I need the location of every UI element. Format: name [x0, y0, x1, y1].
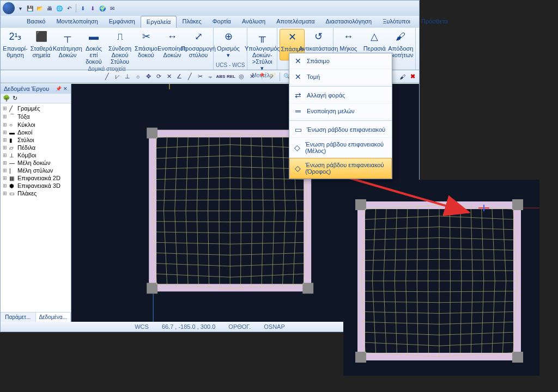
qat-down2-icon[interactable]: ⬇ [88, 4, 97, 13]
ucs-define-button[interactable]: ⊕Ορισμός ▾ [216, 29, 241, 59]
calc-beams-cols-button[interactable]: ╥Υπολογισμός Δοκών->Στύλοι ▾ [250, 29, 275, 72]
break-dropdown[interactable]: ✕Σπάσιμο✕Τομή⇄Αλλαγή φοράς═Ενοποίηση μελ… [289, 53, 392, 179]
qat-save-icon[interactable]: 💾 [26, 4, 34, 13]
tree-item-8[interactable]: ⊞|Μέλη στύλων [1, 167, 71, 174]
tab-8[interactable]: Διαστασιολόγηση [320, 16, 378, 28]
tab-2[interactable]: Εμφάνιση [104, 16, 141, 28]
dd-join-surface-floor[interactable]: ◇Ένωση ράβδου επιφανειακού (Όροφος) [289, 158, 392, 179]
ts-cut2-icon[interactable]: ✕ [247, 72, 256, 81]
expand-icon[interactable]: ⊞ [3, 160, 8, 166]
ts-brush-icon[interactable]: 🖌 [398, 72, 407, 81]
tab-10[interactable]: Πρόσθετα [416, 16, 453, 28]
sidebar-tab-data[interactable]: Δεδομένα... [36, 313, 71, 322]
restore-icon: ↺ [311, 30, 325, 44]
qat-print-icon[interactable]: 🖶 [45, 4, 54, 13]
tree-item-11[interactable]: ⊞▭Πλάκες [1, 189, 71, 197]
beam-split-button[interactable]: ┬Κατάτμηση Δοκών [55, 29, 80, 59]
expand-icon[interactable]: ⊞ [3, 152, 8, 158]
ts-abs-icon[interactable]: ABS [216, 72, 225, 81]
app-icon[interactable] [3, 2, 15, 14]
dd-join-surface-member[interactable]: ◇Ένωση ράβδου επιφανειακού (Μέλος) [289, 138, 392, 158]
tab-7[interactable]: Αποτελέσματα [271, 16, 320, 28]
ts-wand-icon[interactable]: 🪄 [268, 72, 277, 81]
qat-globe-icon[interactable]: 🌐 [55, 4, 64, 13]
dd-cut[interactable]: ✕Τομή [289, 69, 392, 85]
ts-target-icon[interactable]: ◎ [237, 72, 246, 81]
ts-pin-icon[interactable]: 📍 [258, 72, 266, 81]
ts-line-icon[interactable]: ╱ [102, 72, 111, 81]
ts-perp-icon[interactable]: ⊥ [123, 72, 132, 81]
restore-button[interactable]: ↺Αντικατάσταση [306, 29, 331, 53]
expand-icon[interactable]: ⊞ [3, 145, 8, 150]
ts-join-icon[interactable]: ⫟ [206, 72, 215, 81]
qat-undo-icon[interactable]: ↶ [65, 4, 74, 13]
calc-beams-cols-icon: ╥ [255, 30, 269, 44]
dd-unify-members[interactable]: ═Ενοποίηση μελών [289, 103, 392, 119]
tree-item-3[interactable]: ⊞▬Δοκοί [1, 128, 71, 136]
expand-icon[interactable]: ⊞ [3, 175, 8, 181]
expand-icon[interactable]: ⊞ [3, 137, 8, 143]
fixed-points-button[interactable]: ⬛Σταθερά σημεία [29, 29, 54, 59]
qat-mail-icon[interactable]: ✉ [108, 4, 117, 13]
qat-world-icon[interactable]: 🌍 [98, 4, 107, 13]
expand-icon[interactable]: ⊞ [3, 122, 8, 127]
sidebar-tab-params[interactable]: Παράμετ... [1, 313, 36, 322]
qat-down1-icon[interactable]: ⬇ [78, 4, 87, 13]
dd-reverse[interactable]: ⇄Αλλαγή φοράς [289, 88, 392, 103]
tree-item-1[interactable]: ⊞⌒Τόξα [1, 112, 71, 121]
sidebar-tree-icon[interactable]: 🌳 [3, 95, 10, 102]
trim-button[interactable]: △Περασιά [362, 29, 387, 53]
dd-break[interactable]: ✕Σπάσιμο [289, 53, 392, 69]
ts-angle-icon[interactable]: ∠ [175, 72, 184, 81]
tree-item-10[interactable]: ⊞⬢Επιφανειακά 3D [1, 182, 71, 189]
tree-item-2[interactable]: ⊞○Κύκλοι [1, 121, 71, 128]
tab-0[interactable]: Βασικό [21, 16, 51, 28]
assign-props-icon: 🖌 [393, 30, 408, 44]
tree-item-7[interactable]: ⊞—Μέλη δοκών [1, 159, 71, 167]
ts-snap-icon[interactable]: ✕ [165, 72, 173, 81]
tab-9[interactable]: Ξυλότυποι [377, 16, 416, 28]
qat-open-icon[interactable]: 📂 [35, 4, 44, 13]
tab-6[interactable]: Ανάλυση [236, 16, 271, 28]
tree-item-9[interactable]: ⊞▦Επιφανειακά 2D [1, 174, 71, 182]
column-adapt-button[interactable]: ⤢Προσαρμογή στύλου [186, 29, 211, 59]
tab-5[interactable]: Φορτία [207, 16, 236, 28]
dd-join-surface[interactable]: ▭Ένωση ράβδου επιφανειακού [289, 122, 392, 138]
tab-1[interactable]: Μοντελοποίηση [51, 16, 103, 28]
tree-item-0[interactable]: ⊞╱Γραμμές [1, 105, 71, 112]
tab-3[interactable]: Εργαλεία [141, 16, 177, 28]
expand-icon[interactable]: ⊞ [3, 114, 8, 119]
expand-icon[interactable]: ⊞ [3, 168, 8, 173]
column-beam-conn-button[interactable]: ⎍Σύνδεση Δοκού Στύλου [107, 29, 132, 66]
tree-icon: ▦ [9, 175, 16, 181]
sidebar-refresh-icon[interactable]: ↻ [13, 95, 17, 102]
ts-slash-icon[interactable]: ╱ [185, 72, 194, 81]
renumber-button[interactable]: 2¹₃Επαναρί- θμηση [3, 29, 28, 59]
tree-item-5[interactable]: ⊞▱Πέδιλα [1, 144, 71, 151]
sidebar-pin-icon[interactable]: 📌 ✕ [56, 86, 68, 91]
tree-item-6[interactable]: ⊞⊥Κόμβοι [1, 151, 71, 159]
dd-join-surface-icon: ▭ [294, 125, 302, 134]
status-ortho[interactable]: ΟΡΘΟΓ. [228, 323, 251, 330]
expand-icon[interactable]: ⊞ [3, 130, 8, 135]
ts-close-icon[interactable]: ✖ [408, 72, 417, 81]
ts-rotate-icon[interactable]: ⟳ [154, 72, 163, 81]
dd-cut-icon: ✕ [294, 72, 302, 81]
ts-move-icon[interactable]: ✥ [144, 72, 153, 81]
project-tree[interactable]: ⊞╱Γραμμές⊞⌒Τόξα⊞○Κύκλοι⊞▬Δοκοί⊞▮Στύλοι⊞▱… [1, 103, 71, 312]
tab-4[interactable]: Πλάκες [177, 16, 207, 28]
expand-icon[interactable]: ⊞ [3, 191, 8, 196]
qat-new-icon[interactable]: ▾ [16, 4, 25, 13]
renumber-icon: 2¹₃ [8, 30, 22, 44]
expand-icon[interactable]: ⊞ [3, 183, 8, 188]
status-osnap[interactable]: OSNAP [264, 323, 285, 330]
ts-circle-icon[interactable]: ○ [134, 72, 142, 81]
ts-rel-icon[interactable]: REL [227, 72, 235, 81]
ts-break-icon[interactable]: ✂ [196, 72, 204, 81]
tree-item-4[interactable]: ⊞▮Στύλοι [1, 136, 71, 144]
beam-on-beam-button[interactable]: ▬Δοκός επί δοκού [81, 29, 106, 66]
beam-break-button[interactable]: ✂Σπάσιμο δοκού [134, 29, 159, 59]
status-coords: 66.7 , -185.0 , 300.0 [162, 323, 215, 330]
expand-icon[interactable]: ⊞ [3, 106, 8, 111]
ts-polyline-icon[interactable]: ⩗ [113, 72, 122, 81]
